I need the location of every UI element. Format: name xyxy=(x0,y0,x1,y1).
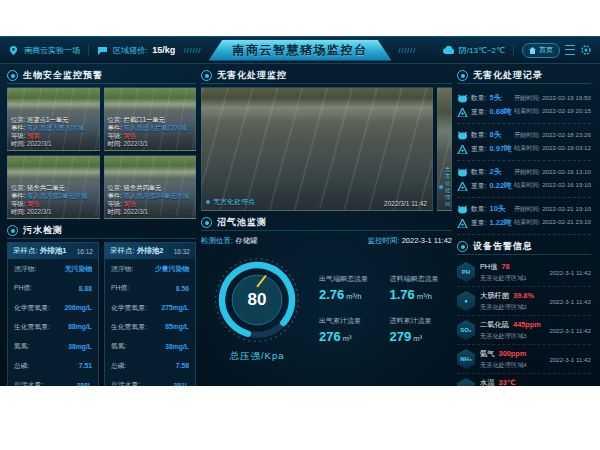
ammonia-icon: NH₃ xyxy=(457,349,475,369)
treatment-videos: 无害化处理点 2022/3/1 11:42 无害化处理间 xyxy=(201,87,452,211)
stat-label: 出气累计流量 xyxy=(319,316,382,326)
weight-icon xyxy=(457,219,468,228)
stat-label: 出气端瞬态流量 xyxy=(319,274,382,284)
weight-icon xyxy=(457,108,468,117)
alarms-title: 设备告警信息 xyxy=(473,240,533,253)
start-time: 2022-02-21 19:10 xyxy=(542,205,591,212)
sewage-title: 污水检测 xyxy=(23,224,63,237)
caption-dot-icon xyxy=(206,200,210,204)
row-value: 88mg/L xyxy=(68,323,92,330)
cam-loc-label: 位置: xyxy=(11,116,25,123)
alarm-area: 无害化处理区域4 xyxy=(480,361,544,370)
record-item-2: 数量:8头 重量:0.97吨 开始时间: 2022-02-18 23:26 结束… xyxy=(457,124,591,161)
camera-feed-2[interactable]: 位置: 拦截口1一单元 事件: 有人员进入拦截口区域 等级: 警告 时间: 20… xyxy=(104,87,197,151)
video-caption: 无害化处理间 xyxy=(439,166,451,208)
sewage-row: 生化需氧量:85mg/L xyxy=(105,317,195,336)
qty-value: 5头 xyxy=(489,93,501,103)
sample-point-value: 外排池2 xyxy=(137,246,164,255)
biogas-panel-header: 沼气池监测 xyxy=(201,215,452,231)
home-label: 首页 xyxy=(539,45,553,55)
camera-feed-3[interactable]: 位置: 猪舍共二单元 事件: 有人员入侵2单元区域 等级: 警告 时间: 202… xyxy=(7,155,100,219)
row-value: 8.88 xyxy=(79,285,92,292)
stat-value: 1.76 xyxy=(390,287,415,302)
cam-loc-value: 拦截口1一单元 xyxy=(124,116,165,123)
target-icon xyxy=(201,70,212,81)
alarm-item-ph: PH PH值78 无害化处理区域1 2022-3-1 11:42 xyxy=(457,258,591,287)
alarm-time: 2022-3-1 11:42 xyxy=(549,385,591,387)
cam-evt-value: 有人员入侵2单元区域 xyxy=(27,192,87,199)
stat-outflow-instant: 出气端瞬态流量 2.76m³/h xyxy=(319,274,382,302)
stat-inflow-instant: 进料端瞬态流量 1.76m³/h xyxy=(390,274,453,302)
title-deco-right: ////// xyxy=(399,47,417,54)
end-time: 2022-02-19 03:12 xyxy=(542,144,591,151)
start-time: 2022-02-19 16:50 xyxy=(542,94,591,101)
camera-overlay: 位置: 猪舍共二单元 事件: 有人员入侵2单元区域 等级: 警告 时间: 202… xyxy=(11,184,87,216)
target-icon xyxy=(7,225,18,236)
cam-loc-label: 位置: xyxy=(11,184,25,191)
start-label: 开始时间: xyxy=(514,131,540,138)
row-label: 漂浮物: xyxy=(14,264,36,274)
records-panel: 无害化处理记录 数量:5头 重量:0.68吨 开始时间: 2022-02-19 … xyxy=(457,68,591,235)
cam-loc-value: 猪舍共二单元 xyxy=(27,184,65,191)
cam-lvl-label: 等级: xyxy=(108,132,122,139)
treatment-title: 无害化处理监控 xyxy=(217,69,287,82)
alarm-name: 氨气 xyxy=(480,349,495,359)
alarm-item-ecoli: ● 大肠杆菌39.8% 无害化处理区域2 2022-3-1 11:42 xyxy=(457,287,591,316)
treatment-main-video[interactable]: 无害化处理点 2022/3/1 11:42 xyxy=(201,87,433,211)
sample-point-label: 采样点: xyxy=(13,246,38,255)
target-icon xyxy=(7,70,18,81)
detect-location-label: 检测位置: xyxy=(201,236,233,245)
alarms-panel-header: 设备告警信息 xyxy=(457,239,591,255)
header-divider xyxy=(88,45,89,55)
alarms-panel: 设备告警信息 PH PH值78 无害化处理区域1 2022-3-1 11:42 … xyxy=(457,239,591,386)
alarm-value: 300ppm xyxy=(499,349,527,358)
home-button[interactable]: 首页 xyxy=(522,43,560,58)
farm-location[interactable]: 南商云实验一场 xyxy=(24,45,80,56)
row-value: 388L xyxy=(77,382,93,386)
row-value: 7.58 xyxy=(176,362,189,369)
treatment-side-video[interactable]: 无害化处理间 xyxy=(437,87,452,211)
alarm-value: 33℃ xyxy=(499,378,516,387)
alarm-item-water-temp: ℃ 水温33℃ 无害化处理区域5 2022-3-1 11:42 xyxy=(457,374,591,386)
weight-value: 0.22吨 xyxy=(489,181,511,191)
record-item-4: 数量:10头 重量:1.22吨 开始时间: 2022-02-21 19:10 结… xyxy=(457,198,591,235)
weight-value: 0.68吨 xyxy=(489,107,511,117)
alarm-area: 无害化处理区域3 xyxy=(480,332,544,341)
main-content: 生物安全监控预警 位置: 巡逻点1一单元 事件: 有人员进入禁入区域 等级: 预… xyxy=(0,64,600,386)
end-label: 结束时间: xyxy=(514,218,540,225)
weight-label: 重量: xyxy=(471,218,486,228)
camera-feed-1[interactable]: 位置: 巡逻点1一单元 事件: 有人员进入禁入区域 等级: 预警 时间: 202… xyxy=(7,87,100,151)
gear-icon[interactable] xyxy=(580,44,592,56)
sewage-row: PH值:8.56 xyxy=(105,278,195,297)
weight-value: 0.97吨 xyxy=(489,144,511,154)
stat-outflow-total: 出气累计流量 276m³ xyxy=(319,316,382,344)
pig-price-label: 区域猪价: xyxy=(113,45,147,56)
biogas-info-row: 检测位置: 存储罐 监控时间: 2022-3-1 11:42 xyxy=(201,234,452,248)
row-value: 381L xyxy=(174,382,190,386)
weight-label: 重量: xyxy=(471,107,486,117)
target-icon xyxy=(457,241,468,252)
sewage-card-header: 采样点: 外排池1 16:12 xyxy=(8,243,98,259)
weight-label: 重量: xyxy=(471,144,486,154)
detect-location-value: 存储罐 xyxy=(235,236,258,245)
cam-evt-label: 事件: xyxy=(108,124,122,131)
location-pin-icon xyxy=(8,46,19,55)
middle-column: 无害化处理监控 无害化处理点 2022/3/1 11:42 无害化处理间 xyxy=(201,68,452,386)
menu-icon[interactable] xyxy=(565,45,575,55)
cam-evt-value: 有人员入侵3/4单元区域 xyxy=(124,192,189,199)
alarm-time: 2022-3-1 11:42 xyxy=(549,269,591,276)
cam-lvl-value: 预警 xyxy=(27,132,40,139)
cam-time-value: 2022/3/1 xyxy=(124,140,149,147)
target-icon xyxy=(201,217,212,228)
end-time: 2022-02-19 20:15 xyxy=(542,107,591,114)
biosafety-panel-header: 生物安全监控预警 xyxy=(7,68,196,84)
home-icon xyxy=(529,47,536,54)
cam-time-label: 时间: xyxy=(108,140,122,147)
records-title: 无害化处理记录 xyxy=(473,69,543,82)
camera-feed-4[interactable]: 位置: 猪舍共四单元 事件: 有人员入侵3/4单元区域 等级: 警告 时间: 2… xyxy=(104,155,197,219)
camera-overlay: 位置: 巡逻点1一单元 事件: 有人员进入禁入区域 等级: 预警 时间: 202… xyxy=(11,116,84,148)
sewage-row: 生化需氧量:88mg/L xyxy=(8,317,98,336)
bacteria-icon: ● xyxy=(457,291,475,311)
qty-value: 2头 xyxy=(489,167,501,177)
alarm-value: 445ppm xyxy=(513,320,541,329)
